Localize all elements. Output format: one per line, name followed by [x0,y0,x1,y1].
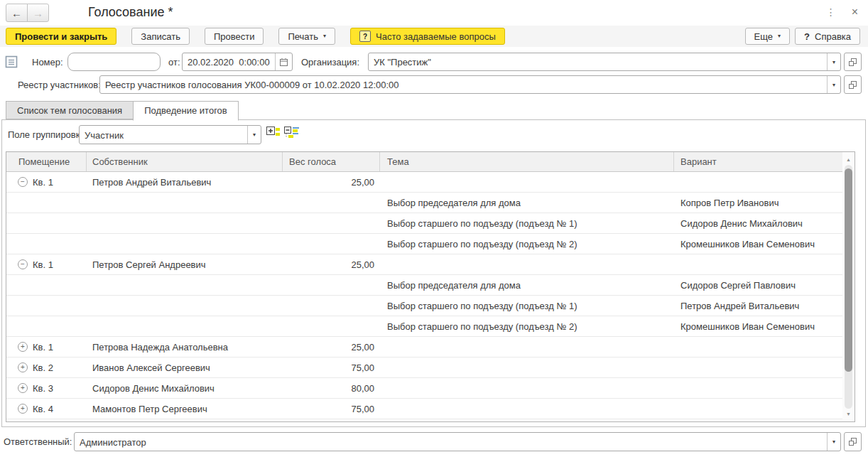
table-row[interactable]: Выбор старшего по подъезду (подъезд № 1)… [6,213,842,234]
theme-cell [380,399,674,419]
premise-cell [6,234,87,254]
premise-label: Кв. 3 [33,383,53,394]
expand-all-button[interactable] [266,127,281,139]
weight-cell: 75,00 [283,357,380,377]
table-row[interactable]: Выбор старшего по подъезду (подъезд № 2)… [6,316,842,337]
responsible-label: Ответственный: [4,436,72,447]
owner-cell: Петрова Надежда Анатольевна [87,337,283,357]
theme-cell: Выбор председателя для дома [380,275,674,295]
form-icon[interactable] [4,55,18,69]
more-button[interactable]: Еще ▾ [745,28,790,45]
table-row[interactable]: Выбор старшего по подъезду (подъезд № 2)… [6,234,842,254]
chevron-down-icon[interactable]: ▾ [827,76,840,93]
tab-topics-list[interactable]: Список тем голосования [6,101,134,119]
column-header-owner[interactable]: Собственник [87,152,283,171]
forward-button[interactable]: → [27,4,49,22]
back-arrow-icon: ← [11,7,22,19]
chevron-down-icon[interactable]: ▾ [827,433,840,451]
back-button[interactable]: ← [6,4,28,22]
variant-cell: Кромешников Иван Семенович [674,234,842,254]
open-icon [848,58,857,67]
weight-cell: 25,00 [283,337,380,357]
print-button-label: Печать [288,31,318,42]
table-row[interactable]: Выбор председателя для домаКопров Петр И… [6,193,842,213]
column-header-premise[interactable]: Помещение [6,152,87,171]
owner-cell [87,275,283,295]
owner-cell: Иванов Алексей Сергеевич [87,357,283,377]
weight-cell [283,275,380,295]
grouping-select[interactable]: Участник ▾ [79,125,261,144]
column-header-theme[interactable]: Тема [380,152,674,171]
column-header-weight[interactable]: Вес голоса [283,152,380,171]
window-menu-icon[interactable]: ⋮ [826,7,836,17]
premise-cell: +Кв. 4 [6,399,87,419]
premise-cell [6,296,87,316]
column-header-variant[interactable]: Вариант [674,152,842,171]
print-button[interactable]: Печать ▾ [278,28,335,45]
owner-cell [87,316,283,336]
theme-cell [380,172,674,192]
collapse-all-button[interactable] [284,127,300,139]
theme-cell: Выбор председателя для дома [380,193,674,213]
table-row[interactable]: Выбор председателя для домаСидоров Серге… [6,275,842,296]
registry-input[interactable]: Реестр участников голосования УК00-00000… [99,75,841,94]
responsible-open-button[interactable] [844,432,862,451]
help-button[interactable]: ? Справка [795,28,860,45]
date-input[interactable]: 20.02.2020 0:00:00 [182,53,293,71]
table-row[interactable]: −Кв. 1Петров Сергей Андреевич25,00 [6,254,842,275]
weight-cell: 75,00 [283,399,380,419]
number-input[interactable] [67,53,161,71]
date-value: 20.02.2020 0:00:00 [188,57,270,68]
weight-cell [283,213,380,233]
vertical-scrollbar[interactable]: ▲ ▼ [842,152,855,421]
faq-button-label: Часто задаваемые вопросы [376,31,496,42]
responsible-value: Администратор [80,436,146,447]
expand-group-icon[interactable]: + [18,383,28,393]
tab-strip: Список тем голосования Подведение итогов [6,101,239,121]
collapse-group-icon[interactable]: − [18,259,28,269]
premise-label: Кв. 1 [33,177,53,188]
table-row[interactable]: +Кв. 3Сидоров Денис Михайлович80,00 [6,378,842,399]
table-row[interactable]: +Кв. 1Петрова Надежда Анатольевна25,00 [6,337,842,357]
premise-cell: −Кв. 1 [6,172,87,192]
chevron-down-icon[interactable]: ▾ [827,53,840,70]
faq-button[interactable]: ? Часто задаваемые вопросы [350,28,505,45]
weight-cell [283,234,380,254]
expand-group-icon[interactable]: + [18,362,28,372]
close-icon[interactable]: × [852,6,858,18]
registry-open-button[interactable] [844,75,862,94]
table-row[interactable]: +Кв. 2Иванов Алексей Сергеевич75,00 [6,357,842,378]
scroll-up-icon[interactable]: ▲ [842,157,855,162]
collapse-group-icon[interactable]: − [18,177,28,187]
organization-open-button[interactable] [844,53,862,71]
expand-group-icon[interactable]: + [18,342,28,352]
premise-cell [6,275,87,295]
number-label: Номер: [32,57,63,68]
results-table: Помещение Собственник Вес голоса Тема Ва… [6,151,855,422]
save-button[interactable]: Записать [131,28,190,45]
scrollbar-thumb[interactable] [845,168,852,372]
post-and-close-button[interactable]: Провести и закрыть [6,28,116,45]
responsible-input[interactable]: Администратор ▾ [74,432,841,451]
premise-label: Кв. 1 [33,342,53,353]
scroll-down-icon[interactable]: ▼ [842,412,855,416]
table-row[interactable]: +Кв. 4Мамонтов Петр Сергеевич75,00 [6,399,842,419]
table-row[interactable]: −Кв. 1Петров Андрей Витальевич25,00 [6,172,842,193]
grouping-value: Участник [85,129,124,140]
organization-value: УК "Престиж" [374,57,431,68]
organization-input[interactable]: УК "Престиж" ▾ [368,53,841,71]
variant-cell [674,399,842,419]
premise-label: Кв. 1 [33,259,53,270]
theme-cell [380,378,674,398]
theme-cell: Выбор старшего по подъезду (подъезд № 2) [380,234,674,254]
chevron-down-icon[interactable]: ▾ [247,126,261,144]
variant-cell: Сидоров Сергей Павлович [674,275,842,295]
premise-cell: +Кв. 3 [6,378,87,398]
tab-results[interactable]: Подведение итогов [133,101,239,121]
owner-cell: Петров Андрей Витальевич [87,172,283,192]
post-button[interactable]: Провести [205,28,264,45]
table-row[interactable]: Выбор старшего по подъезду (подъезд № 1)… [6,296,842,316]
owner-cell [87,213,283,233]
calendar-button[interactable] [275,53,292,70]
expand-group-icon[interactable]: + [18,404,28,414]
